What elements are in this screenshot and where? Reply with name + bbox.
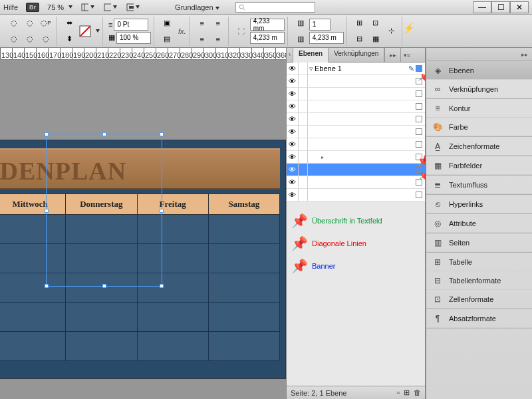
delete-layer-icon[interactable]: 🗑 [414, 388, 421, 397]
lock-toggle[interactable] [299, 63, 308, 74]
visibility-toggle[interactable]: 👁 [287, 189, 299, 201]
gutter-input[interactable]: 4,233 m [309, 32, 344, 44]
tab-ebenen[interactable]: Ebenen [293, 48, 329, 63]
panel-item-seiten[interactable]: ▥Seiten [426, 233, 532, 252]
visibility-toggle[interactable]: 👁 [287, 75, 299, 87]
visibility-toggle[interactable]: 👁 [287, 88, 299, 100]
layer-row[interactable]: 👁 [287, 88, 425, 100]
target-box[interactable] [416, 192, 422, 198]
cols-icon[interactable]: ▥ [293, 16, 308, 31]
misc-3-icon[interactable]: ⊡ [368, 16, 383, 31]
layer-row[interactable]: 👁 [287, 176, 425, 189]
table-cell[interactable] [209, 303, 280, 332]
search-input[interactable] [235, 2, 315, 13]
target-box[interactable] [416, 141, 422, 148]
visibility-toggle[interactable]: 👁 [287, 176, 299, 188]
panel-item-verknüpfungen[interactable]: ∞Verknüpfungen [426, 80, 532, 98]
layer-row[interactable]: 👁 [287, 75, 425, 88]
lock-toggle[interactable] [299, 151, 308, 163]
day-cell[interactable]: Freitag [138, 194, 209, 215]
visibility-toggle[interactable]: 👁 [287, 63, 299, 74]
crop-icon[interactable]: ⛶ [234, 24, 249, 39]
workspace-dropdown[interactable]: Grundlagen [175, 3, 219, 11]
view-mode-1[interactable] [80, 0, 95, 15]
layer-row-top[interactable]: 👁 ▿ Ebene 1 ✎ [287, 63, 425, 75]
table-cell[interactable] [138, 244, 209, 273]
target-box[interactable] [416, 128, 422, 135]
expand-toggle[interactable]: ▸ [321, 154, 324, 160]
layer-row[interactable]: 👁▸ [287, 151, 425, 164]
table-cell[interactable] [0, 273, 66, 303]
lock-toggle[interactable] [299, 113, 308, 125]
visibility-toggle[interactable]: 👁 [287, 113, 299, 125]
width-input[interactable]: 4,233 mm [250, 19, 285, 31]
layer-row[interactable]: 👁 [287, 126, 425, 138]
align-set-3[interactable]: ≡ [211, 16, 225, 31]
dotted-circle-3-icon[interactable]: ◌ [23, 16, 37, 31]
layer-row[interactable]: 👁 [287, 138, 425, 151]
visibility-toggle[interactable]: 👁 [287, 100, 299, 112]
opacity-input[interactable]: 100 % [116, 32, 151, 44]
table-cell[interactable] [138, 215, 209, 244]
misc-4-icon[interactable]: ▦ [368, 32, 383, 47]
table-cell[interactable] [138, 303, 209, 332]
collapse-dock-icon[interactable]: ▸▸ [521, 51, 528, 58]
panel-item-tabelle[interactable]: ⊞Tabelle [426, 253, 532, 271]
visibility-toggle[interactable]: 👁 [287, 138, 299, 150]
panel-item-absatzformate[interactable]: ¶Absatzformate [426, 309, 532, 328]
flip-h-icon[interactable]: ⬌ [62, 16, 76, 31]
align-set-4[interactable]: ≡ [211, 32, 225, 47]
close-button[interactable]: ✕ [510, 1, 529, 13]
visibility-toggle[interactable]: 👁 [287, 151, 299, 163]
cols2-icon[interactable]: ▥ [293, 32, 308, 47]
minimize-button[interactable]: — [473, 1, 491, 13]
table-cell[interactable] [66, 244, 137, 273]
menu-hilfe[interactable]: Hilfe [3, 3, 18, 11]
panel-collapse-right[interactable]: ▸▸ [384, 48, 400, 62]
lock-toggle[interactable] [299, 189, 308, 201]
layer-row[interactable]: 👁 [287, 164, 425, 176]
maximize-button[interactable]: ☐ [491, 1, 510, 13]
day-cell[interactable]: Mittwoch [0, 194, 66, 215]
panel-item-ebenen[interactable]: ◈Ebenen [426, 61, 532, 80]
panel-item-zeichenformate[interactable]: A̲Zeichenformate [426, 137, 532, 156]
lock-toggle[interactable] [299, 126, 308, 138]
visibility-toggle[interactable]: 👁 [287, 126, 299, 138]
layer-row[interactable]: 👁 [287, 189, 425, 201]
bridge-badge[interactable]: Br [26, 3, 39, 12]
lock-toggle[interactable] [299, 75, 308, 87]
align-set-1[interactable]: ≡ [195, 16, 209, 31]
table-cell[interactable] [138, 332, 209, 361]
lock-toggle[interactable] [299, 100, 308, 112]
new-sublayer-icon[interactable]: ▫ [397, 388, 400, 397]
new-layer-icon[interactable]: ⊞ [404, 388, 410, 397]
lock-toggle[interactable] [299, 164, 308, 176]
dotted-circle-2-icon[interactable]: ◌ [7, 32, 21, 47]
misc-1-icon[interactable]: ⊞ [352, 16, 367, 31]
panel-item-hyperlinks[interactable]: ⎋Hyperlinks [426, 195, 532, 213]
panel-item-kontur[interactable]: ≡Kontur [426, 99, 532, 118]
panel-item-zellenformate[interactable]: ⊡Zellenformate [426, 290, 532, 309]
dotted-circle-5-icon[interactable]: ◌ [39, 32, 53, 47]
table-cell[interactable] [0, 332, 66, 361]
panel-item-farbfelder[interactable]: ▦Farbfelder [426, 156, 532, 175]
table-cell[interactable] [209, 273, 280, 303]
expand-toggle[interactable]: ▿ [308, 65, 313, 73]
quick-apply-icon[interactable]: ⚡ [402, 21, 415, 35]
lock-toggle[interactable] [299, 88, 308, 100]
lock-toggle[interactable] [299, 138, 308, 150]
table-cell[interactable] [0, 303, 66, 332]
target-box[interactable] [416, 90, 422, 97]
day-cell[interactable]: Samstag [209, 194, 280, 215]
table-cell[interactable] [0, 244, 66, 273]
dotted-circle-1-icon[interactable]: ◌ [7, 16, 21, 31]
wrap-icon[interactable]: ▣ [160, 16, 174, 31]
align-set-2[interactable]: ≡ [195, 32, 209, 47]
no-fill-icon[interactable] [78, 24, 92, 39]
stroke-weight-input[interactable]: 0 Pt [114, 19, 148, 31]
lock-toggle[interactable] [299, 176, 308, 188]
table-cell[interactable] [0, 215, 66, 244]
panel-item-farbe[interactable]: 🎨Farbe [426, 118, 532, 136]
banner[interactable]: NDENPLAN [0, 148, 280, 190]
visibility-toggle[interactable]: 👁 [287, 164, 299, 176]
